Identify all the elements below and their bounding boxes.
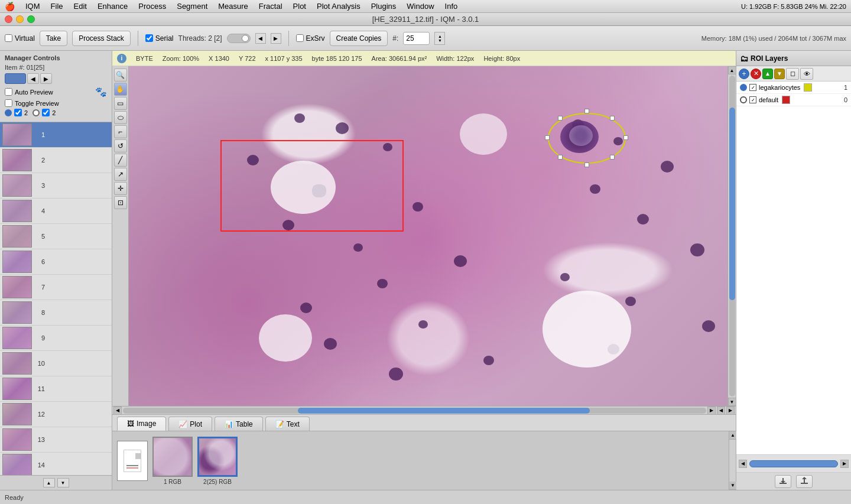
close-button[interactable] xyxy=(5,15,12,23)
nav-prev-btn[interactable]: ◀ xyxy=(27,73,39,84)
minimize-button[interactable] xyxy=(16,15,24,23)
menu-fractal[interactable]: Fractal xyxy=(254,1,287,11)
menu-plot-analysis[interactable]: Plot Analysis xyxy=(312,1,365,11)
hash-stepper[interactable]: ▲ ▼ xyxy=(434,32,445,45)
line-tool[interactable]: ╱ xyxy=(114,154,127,167)
v-scroll-down[interactable]: ▼ xyxy=(728,398,736,406)
btm-thumb-2[interactable]: 2(25) RGB xyxy=(197,437,238,485)
roi-check-legakariocytes[interactable]: ✓ xyxy=(749,84,756,91)
thumb-item-8[interactable]: 8 xyxy=(0,300,112,326)
roi-import-btn[interactable] xyxy=(775,475,791,488)
roi-check-default[interactable]: ✓ xyxy=(749,96,756,103)
create-copies-button[interactable]: Create Copies xyxy=(330,31,388,46)
v-scroll-up[interactable]: ▲ xyxy=(728,66,736,74)
tab-plot[interactable]: 📈 Plot xyxy=(168,417,212,431)
roi-scroll-track[interactable] xyxy=(749,460,838,467)
threads-slider[interactable] xyxy=(227,34,251,43)
btm-thumb-1[interactable]: 1 RGB xyxy=(152,437,193,485)
roi-bottom-scroll[interactable]: ◀ ▶ xyxy=(736,454,851,472)
crosshair-tool[interactable]: ✛ xyxy=(114,182,127,195)
btm-doc-thumb[interactable] xyxy=(117,441,148,481)
thumb-item-11[interactable]: 11 xyxy=(0,376,112,402)
list-up-btn[interactable]: ▲ xyxy=(43,478,55,487)
thumb-item-6[interactable]: 6 xyxy=(0,249,112,275)
btm-scroll-down[interactable]: ▼ xyxy=(729,482,736,490)
check-2b[interactable] xyxy=(42,109,50,116)
take-button[interactable]: Take xyxy=(40,31,67,46)
wand-tool[interactable]: ⊡ xyxy=(114,196,127,209)
thumb-item-14[interactable]: 14 xyxy=(0,453,112,475)
thumb-item-10[interactable]: 10 xyxy=(0,351,112,376)
roi-layer-default[interactable]: ✓ default 0 xyxy=(736,94,851,106)
apple-logo-icon[interactable]: 🍎 xyxy=(5,2,15,11)
h-scroll-extra-left[interactable]: ◀ xyxy=(717,407,725,415)
polygon-tool[interactable]: ⌐ xyxy=(114,125,127,138)
thumb-list[interactable]: 1 2 3 4 5 6 7 xyxy=(0,122,112,475)
manager-blue-btn[interactable] xyxy=(5,73,26,84)
image-viewport[interactable] xyxy=(129,66,727,406)
auto-preview-checkbox[interactable] xyxy=(5,88,12,96)
btm-right-scrollbar[interactable]: ▲ ▼ xyxy=(729,431,736,490)
list-down-btn[interactable]: ▼ xyxy=(57,478,69,487)
serial-checkbox[interactable]: Serial xyxy=(145,34,174,43)
roi-move-up-btn[interactable]: ▲ xyxy=(762,69,773,79)
roi-scroll-right[interactable]: ▶ xyxy=(840,460,849,468)
threads-increase[interactable]: ▶ xyxy=(271,33,281,44)
maximize-button[interactable] xyxy=(27,15,35,23)
thumb-item-9[interactable]: 9 xyxy=(0,326,112,351)
thumb-item-2[interactable]: 2 xyxy=(0,148,112,173)
exsrv-checkbox[interactable]: ExSrv xyxy=(296,34,325,43)
roi-export-btn[interactable] xyxy=(796,475,813,488)
roi-radio-legakariocytes[interactable] xyxy=(740,84,747,91)
rect-tool[interactable]: ▭ xyxy=(114,97,127,110)
thumb-item-1[interactable]: 1 xyxy=(0,122,112,148)
menu-plot[interactable]: Plot xyxy=(288,1,311,11)
roi-shape-btn[interactable]: ◻ xyxy=(786,68,799,80)
menu-segment[interactable]: Segment xyxy=(172,1,212,11)
window-controls[interactable] xyxy=(5,15,35,23)
radio-active[interactable] xyxy=(5,109,12,116)
roi-visibility-btn[interactable]: 👁 xyxy=(800,68,813,80)
nav-next-btn[interactable]: ▶ xyxy=(40,73,52,84)
menu-plugins[interactable]: Plugins xyxy=(366,1,401,11)
roi-add-btn[interactable]: + xyxy=(739,69,749,79)
v-scroll-track[interactable] xyxy=(729,76,735,396)
roi-scroll-left[interactable]: ◀ xyxy=(739,460,747,468)
v-scroll-thumb[interactable] xyxy=(729,108,735,300)
h-scrollbar[interactable]: ◀ ▶ ◀ ▶ xyxy=(112,406,736,414)
check-2[interactable] xyxy=(14,109,22,116)
radio-inactive[interactable] xyxy=(33,109,40,116)
h-scroll-track[interactable] xyxy=(123,408,706,414)
tab-image[interactable]: 🖼 Image xyxy=(117,417,166,431)
thumb-item-12[interactable]: 12 xyxy=(0,402,112,427)
menu-edit[interactable]: Edit xyxy=(69,1,92,11)
thumb-item-13[interactable]: 13 xyxy=(0,427,112,453)
menu-measure[interactable]: Measure xyxy=(213,1,253,11)
virtual-checkbox[interactable]: Virtual xyxy=(5,34,35,43)
menu-window[interactable]: Window xyxy=(402,1,439,11)
roi-move-down-btn[interactable]: ▼ xyxy=(774,69,785,79)
menu-iqm[interactable]: IQM xyxy=(21,1,45,11)
zoom-tool[interactable]: 🔍 xyxy=(114,69,127,82)
h-scroll-thumb[interactable] xyxy=(298,408,590,414)
roi-color-default[interactable] xyxy=(782,96,790,104)
ellipse-tool[interactable]: ⬭ xyxy=(114,111,127,124)
freehand-tool[interactable]: ↺ xyxy=(114,139,127,152)
tab-table[interactable]: 📊 Table xyxy=(215,417,263,431)
thumb-item-7[interactable]: 7 xyxy=(0,275,112,300)
menu-process[interactable]: Process xyxy=(134,1,171,11)
threads-decrease[interactable]: ◀ xyxy=(255,33,266,44)
roi-layer-legakariocytes[interactable]: ✓ legakariocytes 1 xyxy=(736,82,851,94)
toggle-preview-checkbox[interactable] xyxy=(5,99,12,107)
process-stack-button[interactable]: Process Stack xyxy=(72,31,131,46)
h-scroll-extra-right[interactable]: ▶ xyxy=(726,407,735,415)
thumb-item-3[interactable]: 3 xyxy=(0,173,112,199)
menu-enhance[interactable]: Enhance xyxy=(93,1,132,11)
btm-scroll-up[interactable]: ▲ xyxy=(729,431,736,440)
hand-tool[interactable]: ✋ xyxy=(114,83,127,96)
menu-info[interactable]: Info xyxy=(440,1,463,11)
h-scroll-left[interactable]: ◀ xyxy=(113,407,122,415)
thumb-item-5[interactable]: 5 xyxy=(0,224,112,249)
tab-text[interactable]: 📝 Text xyxy=(265,417,310,431)
hash-input[interactable] xyxy=(403,32,430,45)
